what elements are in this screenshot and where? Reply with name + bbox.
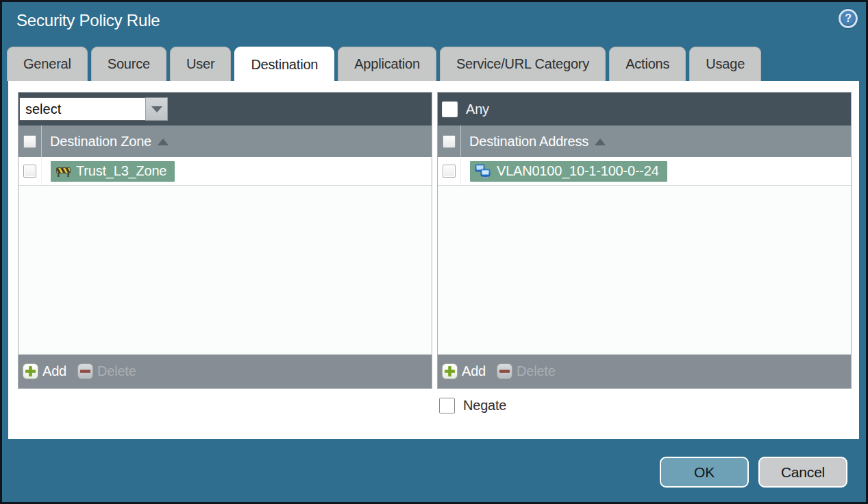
zone-name: Trust_L3_Zone	[76, 163, 166, 179]
tab-general[interactable]: General	[7, 47, 88, 81]
dialog-title: Security Policy Rule	[16, 11, 160, 30]
negate-control: Negate	[439, 398, 506, 413]
zone-panel-toolbar	[18, 93, 432, 125]
zone-select-dropdown-button[interactable]	[145, 97, 168, 121]
zone-add-label: Add	[42, 363, 66, 379]
tab-destination[interactable]: Destination	[234, 47, 334, 82]
minus-icon	[77, 363, 93, 379]
zone-column-header[interactable]: Destination Zone	[50, 134, 151, 149]
minus-icon	[497, 363, 512, 379]
add-icon	[23, 363, 38, 379]
address-selected-chip[interactable]: VLAN0100_10-1-100-0--24	[470, 161, 667, 182]
address-delete-label: Delete	[517, 363, 556, 379]
tab-source[interactable]: Source	[91, 47, 166, 81]
zone-list: Trust_L3_Zone	[18, 157, 432, 355]
destination-address-panel: Any Destination Address	[437, 92, 852, 389]
zone-column-header-row: Destination Zone	[18, 125, 432, 157]
tab-service-url-category[interactable]: Service/URL Category	[440, 47, 606, 81]
sort-ascending-icon	[158, 139, 169, 145]
address-icon	[475, 164, 492, 178]
zone-selected-chip[interactable]: Trust_L3_Zone	[51, 161, 175, 182]
tab-application[interactable]: Application	[338, 47, 436, 81]
tab-user[interactable]: User	[170, 47, 231, 81]
address-list-item[interactable]: VLAN0100_10-1-100-0--24	[438, 157, 851, 186]
address-name: VLAN0100_10-1-100-0--24	[497, 163, 659, 179]
address-add-button[interactable]: Add	[442, 363, 486, 379]
address-add-label: Add	[462, 363, 486, 379]
zone-list-item[interactable]: Trust_L3_Zone	[18, 157, 432, 186]
address-select-all-cell	[438, 125, 461, 157]
destination-zone-panel: Destination Zone	[18, 92, 432, 389]
address-row-checkbox[interactable]	[443, 165, 456, 178]
address-list: VLAN0100_10-1-100-0--24	[438, 157, 851, 355]
zone-select-dropdown	[19, 97, 168, 121]
address-panel-toolbar: Any	[438, 93, 851, 125]
address-select-all-checkbox[interactable]	[443, 135, 456, 148]
zone-panel-footer: Add Delete	[18, 355, 432, 388]
add-icon	[442, 363, 458, 379]
negate-label: Negate	[463, 398, 506, 413]
zone-row-checkbox[interactable]	[23, 165, 36, 178]
address-column-header[interactable]: Destination Address	[469, 134, 588, 149]
zone-select-input[interactable]	[19, 97, 145, 121]
zone-delete-button[interactable]: Delete	[77, 363, 136, 379]
ok-button[interactable]: OK	[660, 457, 749, 488]
security-policy-rule-dialog: Security Policy Rule ? General Source Us…	[0, 0, 868, 504]
address-row-checkbox-cell	[438, 157, 461, 185]
zone-select-all-cell	[18, 125, 42, 157]
sort-ascending-icon	[595, 139, 606, 145]
any-control: Any	[442, 101, 489, 117]
tab-usage[interactable]: Usage	[689, 47, 761, 81]
zone-select-all-checkbox[interactable]	[23, 135, 36, 148]
tab-actions[interactable]: Actions	[609, 47, 686, 81]
destination-tab-content: Destination Zone	[8, 81, 859, 439]
zone-icon	[55, 165, 71, 178]
zone-add-button[interactable]: Add	[23, 363, 66, 379]
chevron-down-icon	[151, 106, 162, 112]
any-checkbox[interactable]	[442, 101, 458, 117]
address-delete-button[interactable]: Delete	[497, 363, 556, 379]
negate-checkbox[interactable]	[439, 398, 455, 413]
cancel-button[interactable]: Cancel	[758, 457, 847, 488]
help-icon[interactable]: ?	[839, 9, 858, 28]
any-label: Any	[466, 101, 489, 117]
address-panel-footer: Add Delete	[438, 355, 851, 388]
zone-delete-label: Delete	[97, 363, 136, 379]
zone-row-checkbox-cell	[18, 157, 42, 185]
address-column-header-row: Destination Address	[438, 125, 851, 157]
tab-bar: General Source User Destination Applicat…	[7, 47, 761, 81]
